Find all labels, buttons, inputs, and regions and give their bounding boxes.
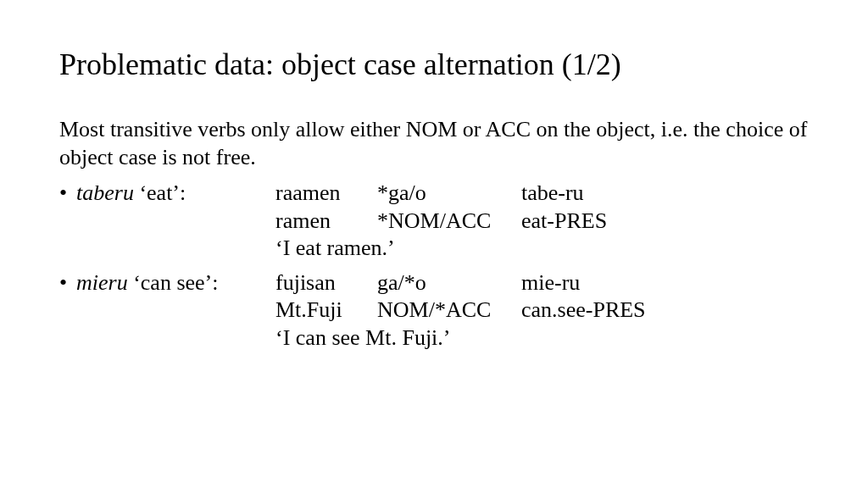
gloss-row: fujisan ga/*o mie-ru bbox=[275, 269, 809, 297]
verb-term: taberu ‘eat’: bbox=[76, 180, 275, 263]
verb-gloss: ‘can see’: bbox=[128, 270, 219, 295]
gloss-row: ramen *NOM/ACC eat-PRES bbox=[275, 208, 809, 236]
gloss-cell: Mt.Fuji bbox=[275, 297, 377, 324]
gloss-cell: mie-ru bbox=[521, 269, 809, 297]
gloss-cell: can.see-PRES bbox=[521, 297, 809, 324]
gloss-cell: ramen bbox=[275, 208, 377, 236]
gloss-cell: *NOM/ACC bbox=[377, 208, 521, 236]
verb-italic: mieru bbox=[76, 270, 128, 295]
bullet-icon: • bbox=[59, 269, 76, 352]
gloss-cell: tabe-ru bbox=[521, 180, 809, 208]
gloss-cell: fujisan bbox=[275, 269, 377, 297]
verb-term: mieru ‘can see’: bbox=[76, 269, 275, 352]
gloss-cell: eat-PRES bbox=[521, 208, 809, 236]
gloss-area: raamen *ga/o tabe-ru ramen *NOM/ACC eat-… bbox=[275, 180, 809, 263]
gloss-row: raamen *ga/o tabe-ru bbox=[275, 180, 809, 208]
translation-text: ‘I eat ramen.’ bbox=[275, 235, 809, 263]
gloss-area: fujisan ga/*o mie-ru Mt.Fuji NOM/*ACC ca… bbox=[275, 269, 809, 352]
gloss-cell: raamen bbox=[275, 180, 377, 208]
verb-gloss: ‘eat’: bbox=[134, 180, 186, 205]
gloss-row: Mt.Fuji NOM/*ACC can.see-PRES bbox=[275, 297, 809, 324]
translation-text: ‘I can see Mt. Fuji.’ bbox=[275, 324, 809, 352]
bullet-icon: • bbox=[59, 180, 76, 263]
verb-italic: taberu bbox=[76, 180, 134, 205]
example-entry: • taberu ‘eat’: raamen *ga/o tabe-ru ram… bbox=[59, 180, 809, 263]
intro-text: Most transitive verbs only allow either … bbox=[59, 116, 809, 171]
slide-title: Problematic data: object case alternatio… bbox=[59, 47, 809, 82]
gloss-cell: NOM/*ACC bbox=[377, 297, 521, 324]
gloss-cell: *ga/o bbox=[377, 180, 521, 208]
gloss-cell: ga/*o bbox=[377, 269, 521, 297]
example-entry: • mieru ‘can see’: fujisan ga/*o mie-ru … bbox=[59, 269, 809, 352]
